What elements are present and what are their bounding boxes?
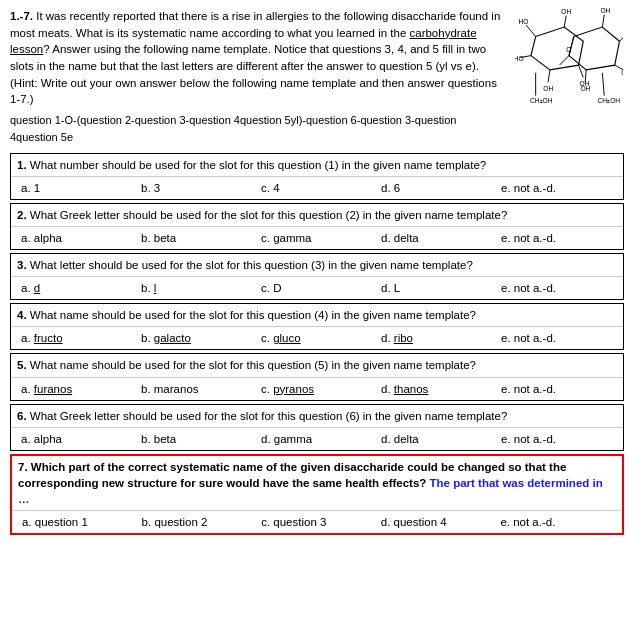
option-q5-2[interactable]: c. pyranos <box>257 381 377 397</box>
svg-line-14 <box>619 35 623 42</box>
question-header-q4: 4. What name should be used for the slot… <box>11 304 623 327</box>
question-header-q7: 7. Which part of the correct systematic … <box>12 456 622 511</box>
option-q6-0[interactable]: a. alpha <box>17 431 137 447</box>
option-q3-0[interactable]: a. d <box>17 280 137 296</box>
option-q2-4[interactable]: e. not a.-d. <box>497 230 617 246</box>
name-template: question 1-O-(question 2-question 3-ques… <box>10 112 506 145</box>
option-q7-4[interactable]: e. not a.-d. <box>496 514 616 530</box>
question-block-q2: 2. What Greek letter should be used for … <box>10 203 624 250</box>
question-header-q3: 3. What letter should be used for the sl… <box>11 254 623 277</box>
option-q5-3[interactable]: d. thanos <box>377 381 497 397</box>
svg-line-6 <box>548 70 550 82</box>
option-q1-4[interactable]: e. not a.-d. <box>497 180 617 196</box>
question-options-q1: a. 1b. 3c. 4d. 6e. not a.-d. <box>11 177 623 199</box>
option-q7-1[interactable]: b. question 2 <box>138 514 258 530</box>
svg-text:HO: HO <box>515 55 524 62</box>
svg-text:O: O <box>566 46 571 53</box>
question-options-q6: a. alphab. betad. gammad. deltae. not a.… <box>11 428 623 450</box>
option-q4-1[interactable]: b. galacto <box>137 330 257 346</box>
molecule-image: HO HO OH OH OH OH OH OH OH <box>514 8 624 147</box>
svg-marker-0 <box>531 27 583 70</box>
svg-text:CH₂OH: CH₂OH <box>530 97 553 104</box>
option-q7-3[interactable]: d. question 4 <box>377 514 497 530</box>
question-block-q1: 1. What number should be used for the sl… <box>10 153 624 200</box>
option-q7-2[interactable]: c. question 3 <box>257 514 377 530</box>
option-q5-1[interactable]: b. maranos <box>137 381 257 397</box>
question-options-q5: a. furanosb. maranosc. pyranosd. thanose… <box>11 378 623 400</box>
option-q2-3[interactable]: d. delta <box>377 230 497 246</box>
option-q3-1[interactable]: b. l <box>137 280 257 296</box>
question-block-q4: 4. What name should be used for the slot… <box>10 303 624 350</box>
intro-text: 1.-7. It was recently reported that ther… <box>10 8 506 147</box>
svg-text:OH: OH <box>600 8 610 14</box>
option-q4-4[interactable]: e. not a.-d. <box>497 330 617 346</box>
question-options-q7: a. question 1b. question 2c. question 3d… <box>12 511 622 533</box>
question-header-q6: 6. What Greek letter should be used for … <box>11 405 623 428</box>
option-q2-0[interactable]: a. alpha <box>17 230 137 246</box>
option-q3-2[interactable]: c. D <box>257 280 377 296</box>
svg-text:OH: OH <box>580 85 590 92</box>
question-header-q2: 2. What Greek letter should be used for … <box>11 204 623 227</box>
molecule-svg: HO HO OH OH OH OH OH OH OH <box>515 8 623 108</box>
option-q1-2[interactable]: c. 4 <box>257 180 377 196</box>
option-q5-0[interactable]: a. furanos <box>17 381 137 397</box>
option-q4-0[interactable]: a. fructo <box>17 330 137 346</box>
svg-text:OH: OH <box>621 69 623 76</box>
svg-line-26 <box>602 73 604 96</box>
question-header-q1: 1. What number should be used for the sl… <box>11 154 623 177</box>
svg-line-2 <box>526 25 536 36</box>
option-q3-4[interactable]: e. not a.-d. <box>497 280 617 296</box>
svg-line-8 <box>564 16 566 27</box>
option-q1-1[interactable]: b. 3 <box>137 180 257 196</box>
option-q3-3[interactable]: d. L <box>377 280 497 296</box>
question-options-q3: a. db. lc. Dd. Le. not a.-d. <box>11 277 623 299</box>
option-q4-3[interactable]: d. ribo <box>377 330 497 346</box>
svg-marker-1 <box>569 27 619 70</box>
svg-text:HO: HO <box>519 18 529 25</box>
question-block-q5: 5. What name should be used for the slot… <box>10 353 624 400</box>
option-q1-3[interactable]: d. 6 <box>377 180 497 196</box>
question-options-q2: a. alphab. betac. gammad. deltae. not a.… <box>11 227 623 249</box>
svg-line-12 <box>602 15 604 27</box>
intro-section: 1.-7. It was recently reported that ther… <box>10 8 624 147</box>
option-q1-0[interactable]: a. 1 <box>17 180 137 196</box>
option-q6-2[interactable]: d. gamma <box>257 431 377 447</box>
option-q6-4[interactable]: e. not a.-d. <box>497 431 617 447</box>
option-q2-1[interactable]: b. beta <box>137 230 257 246</box>
question-header-q5: 5. What name should be used for the slot… <box>11 354 623 377</box>
svg-line-20 <box>559 56 569 66</box>
question-block-q3: 3. What letter should be used for the sl… <box>10 253 624 300</box>
questions-container: 1. What number should be used for the sl… <box>10 153 624 535</box>
question-options-q4: a. fructob. galactoc. glucod. riboe. not… <box>11 327 623 349</box>
option-q6-3[interactable]: d. delta <box>377 431 497 447</box>
svg-text:OH: OH <box>543 85 553 92</box>
page: 1.-7. It was recently reported that ther… <box>0 0 634 546</box>
question-block-q6: 6. What Greek letter should be used for … <box>10 404 624 451</box>
option-q7-0[interactable]: a. question 1 <box>18 514 138 530</box>
option-q4-2[interactable]: c. gluco <box>257 330 377 346</box>
svg-text:CH₂OH: CH₂OH <box>598 97 621 104</box>
option-q2-2[interactable]: c. gamma <box>257 230 377 246</box>
svg-text:OH: OH <box>561 8 571 15</box>
option-q5-4[interactable]: e. not a.-d. <box>497 381 617 397</box>
option-q6-1[interactable]: b. beta <box>137 431 257 447</box>
question-block-q7: 7. Which part of the correct systematic … <box>10 454 624 535</box>
